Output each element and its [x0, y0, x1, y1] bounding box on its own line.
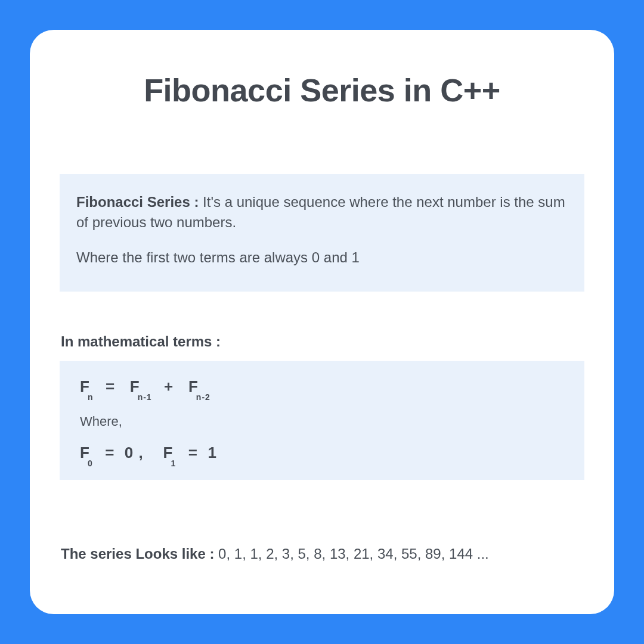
- equals: =: [106, 377, 115, 395]
- where-label: Where,: [80, 414, 564, 429]
- definition-subtext: Where the first two terms are always 0 a…: [76, 247, 568, 268]
- plus: +: [164, 377, 174, 395]
- value-one: 1: [208, 444, 216, 462]
- definition-paragraph: Fibonacci Series : It's a unique sequenc…: [76, 192, 568, 232]
- content-card: Fibonacci Series in C++ Fibonacci Series…: [30, 30, 614, 614]
- sub-1: 1: [171, 459, 177, 468]
- formula-box: Fn = Fn-1 + Fn-2 Where, F0 = 0 , F1 = 1: [60, 361, 584, 480]
- series-label: The series Looks like :: [61, 546, 214, 562]
- equals: =: [105, 444, 114, 462]
- sub-n-1: n-1: [138, 392, 152, 402]
- equals: =: [188, 444, 198, 462]
- series-values: 0, 1, 1, 2, 3, 5, 8, 13, 21, 34, 55, 89,…: [214, 546, 488, 562]
- series-line: The series Looks like : 0, 1, 1, 2, 3, 5…: [61, 546, 584, 562]
- sub-n-2: n-2: [196, 392, 210, 402]
- page-title: Fibonacci Series in C++: [60, 72, 584, 109]
- formula-initial: F0 = 0 , F1 = 1: [80, 444, 564, 463]
- definition-term: Fibonacci Series :: [76, 194, 199, 210]
- math-heading: In mathematical terms :: [61, 333, 584, 350]
- sub-0: 0: [88, 459, 93, 468]
- value-zero: 0 ,: [125, 444, 144, 462]
- definition-box: Fibonacci Series : It's a unique sequenc…: [60, 174, 584, 292]
- formula-recurrence: Fn = Fn-1 + Fn-2: [80, 377, 564, 397]
- sub-n: n: [88, 392, 94, 402]
